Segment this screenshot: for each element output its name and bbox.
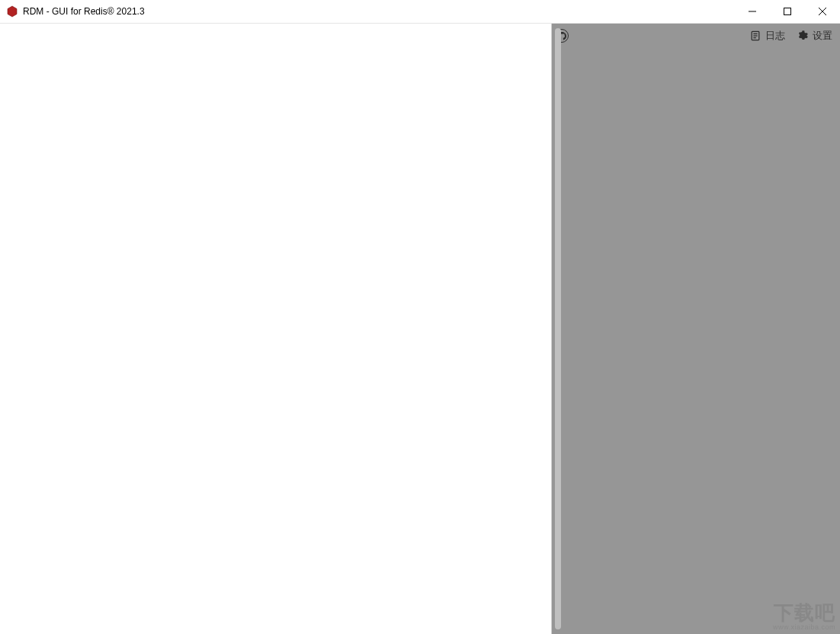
- settings-label: 设置: [813, 29, 832, 43]
- window-titlebar: RDM - GUI for Redis® 2021.3: [0, 0, 840, 24]
- watermark-url: www.xiazaiba.com: [773, 624, 835, 631]
- log-icon: [750, 30, 761, 41]
- close-button[interactable]: [805, 0, 840, 23]
- modal-scrollbar[interactable]: [555, 28, 561, 629]
- minimize-button[interactable]: [735, 0, 770, 23]
- modal-panel: [0, 24, 552, 634]
- app-icon: [6, 5, 18, 18]
- watermark-text: 下载吧: [773, 603, 835, 623]
- maximize-button[interactable]: [770, 0, 805, 23]
- window-controls: [735, 0, 840, 23]
- log-button[interactable]: 日志: [750, 29, 785, 43]
- log-label: 日志: [765, 29, 785, 43]
- svg-marker-0: [8, 6, 17, 17]
- gear-icon: [797, 30, 808, 41]
- svg-rect-2: [784, 8, 791, 15]
- watermark: 下载吧 www.xiazaiba.com: [773, 603, 835, 631]
- settings-button[interactable]: 设置: [797, 29, 832, 43]
- window-title: RDM - GUI for Redis® 2021.3: [23, 6, 145, 17]
- client-area: 日志 设置 · GUI for Redis ® source software …: [0, 24, 840, 634]
